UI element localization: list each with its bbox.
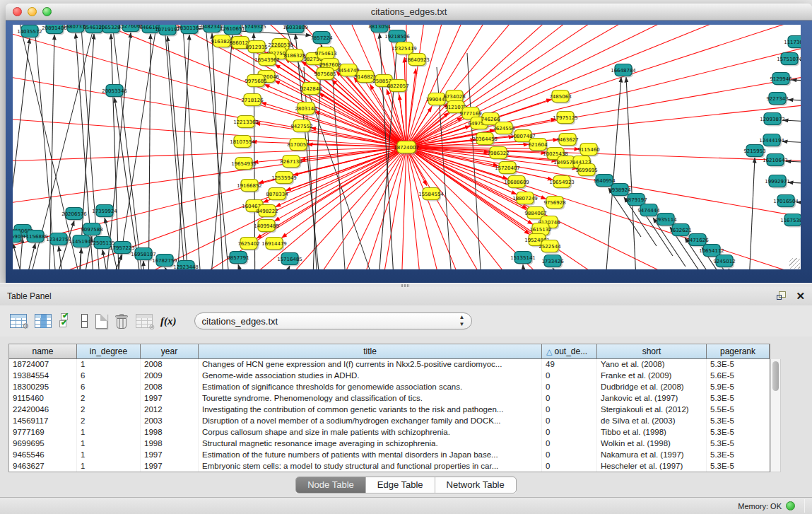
graph-node-teal[interactable]: 9245012: [713, 255, 735, 269]
window-titlebar[interactable]: citations_edges.txt: [6, 4, 812, 21]
column-header-pagerank[interactable]: pagerank: [707, 344, 770, 359]
cell-title[interactable]: Structural magnetic resonance image aver…: [199, 438, 542, 450]
graph-node-teal[interactable]: 9857791: [227, 252, 249, 265]
cell-short[interactable]: Dudbridge et al. (2008): [597, 382, 707, 393]
graph-node-yellow[interactable]: 9115460: [577, 144, 599, 157]
graph-node-teal[interactable]: 7632621: [669, 224, 691, 238]
cell-name[interactable]: 9115460: [9, 393, 77, 404]
graph-node-teal[interactable]: 9474444: [637, 204, 660, 218]
cell-year[interactable]: 1998: [141, 438, 199, 450]
graph-node-teal[interactable]: 7857224: [310, 32, 333, 45]
column-header-short[interactable]: short: [597, 344, 707, 359]
scrollbar-thumb[interactable]: [772, 361, 779, 391]
cell-in_degree[interactable]: 2: [77, 393, 141, 404]
table-chooser-dropdown[interactable]: citations_edges.txt ▲▼: [194, 313, 472, 329]
cell-year[interactable]: 2008: [141, 359, 199, 370]
cell-pagerank[interactable]: 5.5E-5: [707, 404, 770, 416]
table-row[interactable]: 1456911722003Disruption of a novel membe…: [9, 416, 770, 427]
cell-name[interactable]: 9465546: [9, 450, 77, 461]
table-row[interactable]: 911546021997Tourette syndrome. Phenomeno…: [9, 393, 770, 404]
graph-node-yellow[interactable]: 9975685: [245, 75, 266, 88]
cell-name[interactable]: 19384554: [9, 370, 77, 382]
graph-node-teal[interactable]: 19992971: [765, 175, 790, 189]
cell-in_degree[interactable]: 2: [77, 416, 141, 427]
delete-table-button[interactable]: ⊗: [136, 314, 153, 328]
cell-title[interactable]: Embryonic stem cells: a model to study s…: [199, 461, 542, 472]
select-rows-button[interactable]: ✔✔: [59, 313, 73, 329]
row-height-button[interactable]: [81, 314, 88, 328]
graph-node-teal[interactable]: 11173054: [784, 36, 801, 49]
graph-node-yellow[interactable]: 621604: [529, 139, 548, 152]
graph-node-teal[interactable]: 15135141: [510, 252, 536, 265]
graph-node-teal[interactable]: 9097588: [81, 223, 102, 237]
graph-node-teal[interactable]: 16033809: [283, 25, 308, 35]
cell-out_de[interactable]: 0: [542, 370, 597, 382]
graph-node-yellow[interactable]: 8912935: [245, 41, 267, 54]
cell-title[interactable]: Estimation of the future numbers of pati…: [199, 450, 542, 461]
cell-in_degree[interactable]: 1: [77, 359, 141, 370]
cell-short[interactable]: Wolkin et al. (1998): [597, 438, 707, 450]
cell-name[interactable]: 9463627: [9, 461, 77, 472]
cell-title[interactable]: Genome-wide association studies in ADHD.: [199, 370, 542, 382]
graph-node-teal[interactable]: 15716485: [277, 253, 302, 267]
graph-node-yellow[interactable]: 9756928: [543, 197, 565, 210]
cell-pagerank[interactable]: 5.3E-5: [707, 416, 770, 427]
cell-in_degree[interactable]: 6: [77, 370, 141, 382]
cell-out_de[interactable]: 0: [542, 450, 597, 461]
cell-out_de[interactable]: 0: [542, 393, 597, 404]
graph-node-teal[interactable]: 8813054: [368, 25, 391, 34]
cell-name[interactable]: 18300295: [9, 382, 77, 393]
cell-name[interactable]: 22420046: [9, 404, 77, 416]
graph-node-yellow[interactable]: 8170051: [287, 139, 309, 152]
graph-node-teal[interactable]: 15749325: [241, 25, 266, 34]
cell-pagerank[interactable]: 5.3E-5: [707, 393, 770, 404]
cell-in_degree[interactable]: 1: [77, 450, 141, 461]
graph-node-yellow[interactable]: 8878334: [266, 188, 288, 201]
cell-title[interactable]: Investigating the contribution of common…: [199, 404, 542, 416]
graph-node-yellow[interactable]: 7485063: [549, 90, 571, 104]
graph-node-yellow[interactable]: 8498222: [256, 205, 278, 218]
column-header-in_degree[interactable]: in_degree: [77, 344, 141, 359]
cell-name[interactable]: 18724007: [9, 359, 77, 370]
cell-out_de[interactable]: 0: [542, 382, 597, 393]
table-row[interactable]: 977716911998Corpus callosum shape and si…: [9, 427, 770, 438]
tab-node-table[interactable]: Node Table: [296, 477, 366, 493]
graph-node-yellow[interactable]: 10688609: [504, 176, 529, 189]
graph-node-yellow[interactable]: 19654923: [549, 176, 575, 189]
cell-pagerank[interactable]: 5.3E-5: [707, 427, 770, 438]
table-row[interactable]: 1938455462009Genome-wide association stu…: [9, 370, 770, 382]
graph-node-teal[interactable]: 9227343: [766, 93, 788, 106]
graph-node-teal[interactable]: 9129946: [770, 73, 792, 86]
cell-name[interactable]: 9699695: [9, 438, 77, 450]
column-header-year[interactable]: year: [141, 344, 199, 359]
cell-short[interactable]: Hescheler et al. (1997): [597, 461, 707, 472]
cell-name[interactable]: 14569117: [9, 416, 77, 427]
tab-network-table[interactable]: Network Table: [435, 477, 516, 493]
cell-pagerank[interactable]: 5.9E-5: [707, 382, 770, 393]
cell-short[interactable]: Franke et al. (2009): [597, 370, 707, 382]
cell-out_de[interactable]: 0: [542, 404, 597, 416]
cell-year[interactable]: 2009: [141, 370, 199, 382]
graph-node-yellow[interactable]: 17975125: [553, 112, 578, 125]
graph-node-yellow[interactable]: 14099489: [254, 220, 279, 233]
cell-in_degree[interactable]: 2: [77, 404, 141, 416]
cell-year[interactable]: 1998: [141, 427, 199, 438]
cell-pagerank[interactable]: 5.3E-5: [707, 359, 770, 370]
cell-short[interactable]: Stergiakouli et al. (2012): [597, 404, 707, 416]
cell-short[interactable]: Yano et al. (2008): [597, 359, 707, 370]
graph-node-yellow[interactable]: 8427552: [290, 120, 312, 134]
graph-node-yellow[interactable]: 9463627: [556, 134, 578, 147]
create-column-button[interactable]: [95, 314, 107, 329]
graph-node-teal[interactable]: 18301362: [177, 25, 202, 35]
cell-in_degree[interactable]: 6: [77, 382, 141, 393]
graph-node-teal[interactable]: 9215953: [743, 145, 765, 158]
cell-pagerank[interactable]: 5.6E-5: [707, 370, 770, 382]
graph-node-yellow[interactable]: 18107554: [230, 136, 255, 149]
cell-out_de[interactable]: 0: [542, 438, 597, 450]
show-columns-button[interactable]: [35, 314, 52, 328]
cell-out_de[interactable]: 0: [542, 416, 597, 427]
cell-title[interactable]: Estimation of significance thresholds fo…: [199, 382, 542, 393]
cell-name[interactable]: 9777169: [9, 427, 77, 438]
cell-short[interactable]: de Silva et al. (2003): [597, 416, 707, 427]
cell-in_degree[interactable]: 1: [77, 438, 141, 450]
